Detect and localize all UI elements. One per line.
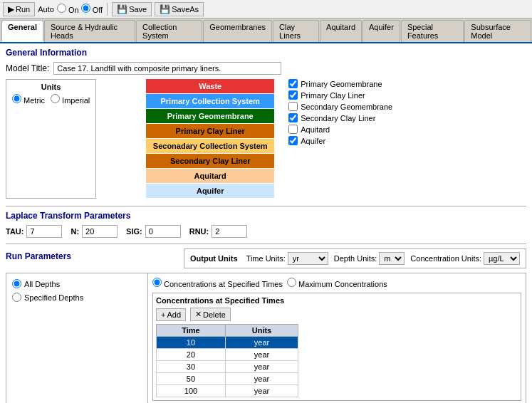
run-body: All Depths Specified Depths Concentratio… xyxy=(6,273,526,403)
conc-maximum-radio[interactable] xyxy=(287,278,296,287)
off-radio[interactable] xyxy=(81,4,90,13)
time-unit-group: Time Units: yrdaymonth xyxy=(246,252,328,265)
conc-maximum-radio-label[interactable]: Maximum Concentrations xyxy=(287,278,387,288)
layer-secondary-clay-liner: Secondary Clay Liner xyxy=(146,154,274,168)
delete-button[interactable]: ✕ Delete xyxy=(190,308,231,321)
units-title: Units xyxy=(12,83,90,91)
model-title-label: Model Title: xyxy=(6,63,49,73)
tab-collection-system[interactable]: Collection System xyxy=(136,20,202,42)
save-label: Save xyxy=(129,5,147,14)
table-row[interactable]: 50year xyxy=(157,373,298,385)
checkbox-label-aquifer: Aquifer xyxy=(301,137,325,145)
checkbox-label-primary-clay-liner: Primary Clay Liner xyxy=(301,91,365,100)
model-title-input[interactable] xyxy=(53,62,281,75)
cell-units-1: year xyxy=(225,349,298,361)
layer-primary-geomembrane: Primary Geomembrane xyxy=(146,109,274,123)
table-row[interactable]: 20year xyxy=(157,349,298,361)
layer-seconadary-collection-system: Seconadary Collection System xyxy=(146,139,274,153)
conc-specified-radio[interactable] xyxy=(152,278,162,287)
all-depths-radio[interactable] xyxy=(12,279,21,288)
n-label: N: xyxy=(71,227,79,236)
conc-specified-label: Concentrations at Specified Times xyxy=(164,280,283,288)
metric-radio[interactable] xyxy=(12,94,21,103)
general-info-section: General Information Model Title: Units M… xyxy=(6,48,526,199)
checkbox-secondary-clay-liner[interactable] xyxy=(288,113,298,122)
specified-depths-radio[interactable] xyxy=(12,293,21,302)
saveas-button[interactable]: 💾 SaveAs xyxy=(155,2,204,16)
tab-aquifer[interactable]: Aquifer xyxy=(363,20,400,42)
add-button[interactable]: + Add xyxy=(156,308,186,321)
checkbox-label-primary-geomembrane: Primary Geomembrane xyxy=(301,80,382,88)
sig-input[interactable] xyxy=(145,225,181,238)
tau-input[interactable] xyxy=(26,225,62,238)
auto-radio-group: On Off xyxy=(57,4,103,14)
delete-label: Delete xyxy=(203,310,226,319)
table-row[interactable]: 30year xyxy=(157,361,298,373)
col-units-header: Units xyxy=(225,325,298,337)
layer-primary-collection-system: Primary Collection System xyxy=(146,94,274,108)
tab-special-features[interactable]: Special Features xyxy=(401,20,464,42)
run-title: Run Parameters xyxy=(6,251,71,261)
check-row-primary-clay-liner: Primary Clay Liner xyxy=(288,90,392,100)
layer-diagram: WastePrimary Collection SystemPrimary Ge… xyxy=(146,79,274,199)
time-unit-select[interactable]: yrdaymonth xyxy=(288,252,328,265)
checkbox-label-secondary-geomembrane: Secondary Geomembrane xyxy=(301,103,392,111)
tab-geomembranes[interactable]: Geomembranes xyxy=(203,20,272,42)
tau-label: TAU: xyxy=(6,227,24,236)
check-row-secondary-geomembrane: Secondary Geomembrane xyxy=(288,102,392,111)
imperial-radio-label[interactable]: Imperial xyxy=(51,94,90,105)
metric-radio-label[interactable]: Metric xyxy=(12,94,45,105)
tau-group: TAU: xyxy=(6,225,62,238)
run-header: Run Parameters Output Units Time Units: … xyxy=(6,248,526,268)
depth-unit-group: Depth Units: mft xyxy=(334,252,405,265)
rnu-input[interactable] xyxy=(212,225,247,238)
cell-time-2: 30 xyxy=(157,361,226,373)
run-section: Run Parameters Output Units Time Units: … xyxy=(6,244,526,403)
checkbox-primary-clay-liner[interactable] xyxy=(288,90,298,100)
output-units-box: Output Units Time Units: yrdaymonth Dept… xyxy=(184,248,526,268)
conc-specified-radio-label[interactable]: Concentrations at Specified Times xyxy=(152,278,283,288)
tab-clay-liners[interactable]: Clay Liners xyxy=(273,20,319,42)
check-row-aquitard: Aquitard xyxy=(288,125,392,134)
n-input[interactable] xyxy=(82,225,118,238)
conc-unit-select[interactable]: µg/Lmg/Lng/L xyxy=(484,252,520,265)
add-icon: + xyxy=(161,310,165,319)
tab-subsurface-model[interactable]: Subsurface Model xyxy=(464,20,531,42)
model-title-row: Model Title: xyxy=(6,62,526,75)
layer-waste: Waste xyxy=(146,79,274,93)
layer-primary-clay-liner: Primary Clay Liner xyxy=(146,124,274,138)
cell-units-3: year xyxy=(225,373,298,385)
rnu-group: RNU: xyxy=(189,225,248,238)
tab-aquitard[interactable]: Aquitard xyxy=(320,20,362,42)
checkbox-aquitard[interactable] xyxy=(288,125,298,134)
run-label: Run xyxy=(16,5,30,14)
tab-bar: GeneralSource & Hydraulic HeadsCollectio… xyxy=(0,19,532,43)
conc-unit-label: Concentration Units: xyxy=(410,254,481,263)
run-button[interactable]: ▶ Run xyxy=(3,2,35,16)
col-time-header: Time xyxy=(157,325,226,337)
main-content: General Information Model Title: Units M… xyxy=(0,43,532,403)
general-body: Units Metric Imperial WastePrimary Colle… xyxy=(6,79,526,199)
table-row[interactable]: 10year xyxy=(157,337,298,349)
specified-depths-label: Specified Depths xyxy=(24,293,83,302)
on-radio-label[interactable]: On xyxy=(57,4,79,14)
tab-general[interactable]: General xyxy=(1,20,43,42)
table-row[interactable]: 100year xyxy=(157,385,298,397)
laplace-title: Laplace Transform Parameters xyxy=(6,211,526,221)
cell-time-0: 10 xyxy=(157,337,226,349)
imperial-radio[interactable] xyxy=(51,94,60,103)
on-radio[interactable] xyxy=(57,4,66,13)
save-button[interactable]: 💾 Save xyxy=(112,2,152,16)
depth-panel: All Depths Specified Depths xyxy=(6,273,148,403)
checkbox-primary-geomembrane[interactable] xyxy=(288,79,298,88)
depth-unit-select[interactable]: mft xyxy=(379,252,405,265)
cell-time-3: 50 xyxy=(157,373,226,385)
general-info-title: General Information xyxy=(6,48,526,58)
tab-source-&-hydraulic-heads[interactable]: Source & Hydraulic Heads xyxy=(44,20,135,42)
auto-label: Auto xyxy=(38,5,54,14)
checkbox-secondary-geomembrane[interactable] xyxy=(288,102,298,111)
delete-icon: ✕ xyxy=(195,310,202,319)
checkbox-aquifer[interactable] xyxy=(288,136,298,145)
off-radio-label[interactable]: Off xyxy=(81,4,103,14)
conc-table-box: Concentrations at Specified Times + Add … xyxy=(152,293,521,401)
